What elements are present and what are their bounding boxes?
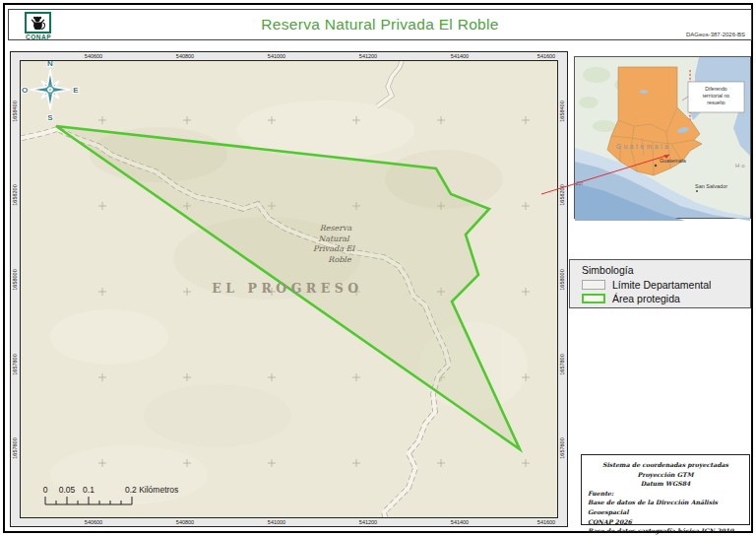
legend-title: Simbología	[582, 264, 634, 276]
credits-line: CONAP 2026	[588, 517, 743, 527]
x-axis-label: 541400	[451, 519, 469, 525]
honduras-label-fragment: Ho	[735, 163, 747, 168]
map-drawing: EL PROGRESO Reserva Natural Privada El R…	[21, 61, 557, 517]
scale-label: 0.1	[83, 485, 94, 495]
svg-text:resuelto: resuelto	[707, 100, 725, 105]
inset-drawing: Diferendo territorial no resuelto Guatem…	[575, 57, 750, 218]
svg-text:Privada El: Privada El	[313, 244, 355, 253]
y-axis-label: 1658200	[559, 166, 565, 225]
credits-line: Sistema de coordenadas proyectadas	[588, 460, 743, 470]
legend-item-label: Límite Departamental	[612, 279, 711, 291]
svg-text:Natural: Natural	[318, 234, 350, 243]
map-sheet: CONAP Reserva Natural Privada El Roble D…	[0, 0, 756, 536]
x-axis-label: 541600	[537, 53, 555, 59]
x-axis-label: 540800	[176, 53, 194, 59]
header-bar: CONAP Reserva Natural Privada El Roble D…	[8, 9, 752, 40]
credits-line: Base de datos de la Dirección Análisis G…	[588, 498, 743, 516]
credits-line: Base de datos cartografía básica IGN 201…	[588, 526, 743, 536]
scale-label: 0	[43, 485, 48, 495]
san-salvador-dot	[696, 190, 698, 192]
credits-box: Sistema de coordenadas proyectadas Proye…	[581, 454, 750, 525]
x-axis-label: 541600	[537, 519, 555, 525]
x-axis-label: 541400	[451, 53, 469, 59]
y-axis-label: 1658000	[12, 250, 18, 309]
legend-item-protected: Área protegida	[582, 293, 680, 304]
map-title: Reserva Natural Privada El Roble	[9, 16, 751, 34]
y-axis-label: 1658000	[559, 250, 565, 309]
svg-text:Reserva: Reserva	[320, 224, 352, 233]
compass-rose-icon: N E S O	[22, 61, 79, 122]
y-axis-label: 1658400	[12, 82, 18, 141]
scale-label: 0.2 Kilómetros	[125, 485, 178, 495]
legend-panel: Simbología Límite Departamental Área pro…	[569, 259, 751, 308]
conap-logo-label: CONAP	[21, 34, 56, 40]
x-axis-label: 541200	[359, 519, 377, 525]
capital-city-dot	[655, 165, 657, 167]
y-axis-label: 1658400	[559, 82, 565, 141]
y-axis-label: 1657600	[559, 419, 565, 478]
y-axis-label: 1657800	[12, 335, 18, 394]
x-axis-label: 541000	[268, 53, 285, 59]
svg-text:Diferendo: Diferendo	[705, 86, 727, 92]
scale-label: 0.05	[59, 485, 76, 495]
protected-area-swatch	[582, 294, 605, 303]
svg-text:Roble: Roble	[328, 255, 352, 264]
legend-item-label: Área protegida	[612, 293, 680, 304]
x-axis-label: 540600	[85, 519, 102, 525]
department-label: EL PROGRESO	[212, 281, 362, 296]
y-axis-label: 1658200	[12, 166, 18, 225]
document-code: DAGeos-387-2026-BS	[686, 32, 745, 37]
map-canvas: EL PROGRESO Reserva Natural Privada El R…	[20, 60, 558, 518]
compass-n-label: N	[47, 61, 53, 68]
svg-text:territorial no: territorial no	[703, 93, 730, 99]
inset-locator-map: Diferendo territorial no resuelto Guatem…	[574, 56, 751, 219]
legend-item-departmental: Límite Departamental	[582, 279, 711, 291]
x-axis-label: 541000	[268, 519, 285, 525]
credits-line: Datum WGS84	[588, 479, 743, 489]
map-frame: 540600 540800 541000 541200 541400 54160…	[10, 51, 568, 527]
x-axis-label: 540800	[176, 519, 194, 525]
compass-e-label: E	[73, 86, 79, 95]
san-salvador-label: San Salvador	[695, 183, 727, 189]
lake-peten	[640, 90, 648, 94]
y-axis-label: 1657800	[559, 335, 565, 394]
compass-w-label: O	[22, 86, 28, 95]
compass-s-label: S	[47, 113, 53, 122]
y-axis-label: 1657600	[12, 419, 18, 478]
country-label: Guatemala	[616, 143, 670, 150]
x-axis-label: 541200	[359, 53, 377, 59]
credits-line: Fuente:	[588, 489, 743, 499]
credits-line: Proyección GTM	[588, 470, 743, 480]
x-axis-label: 540600	[85, 53, 102, 59]
departmental-boundary-swatch	[582, 280, 605, 290]
capital-city-label: Guatemala	[660, 158, 687, 164]
stream-path	[377, 61, 403, 106]
